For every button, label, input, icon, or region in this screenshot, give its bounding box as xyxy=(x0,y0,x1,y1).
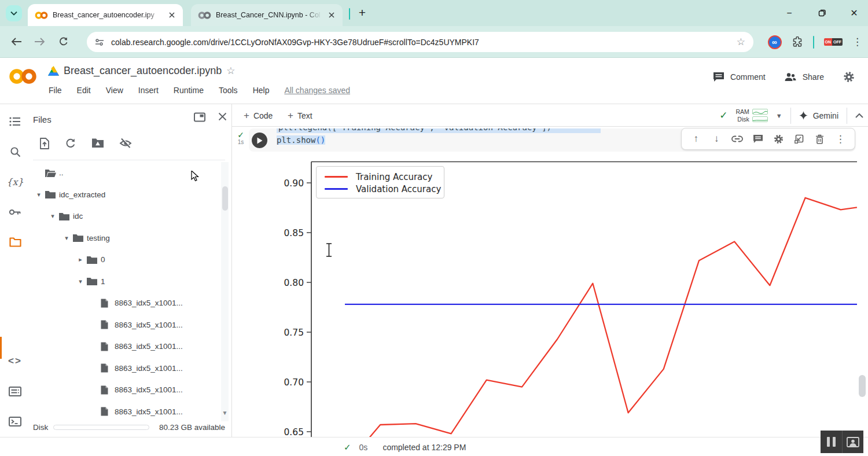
tree-expander-icon[interactable]: ▾ xyxy=(60,234,73,242)
toolbar-divider xyxy=(790,108,791,124)
search-icon[interactable] xyxy=(0,140,30,163)
file-tree-item[interactable]: 8863_idx5_x1001... xyxy=(30,314,221,336)
bookmark-star-icon[interactable]: ☆ xyxy=(737,36,745,48)
colab-extension-icon[interactable]: ∞ xyxy=(768,35,782,49)
tab-title: Breast_Cancer_CNN.ipynb - Col xyxy=(216,11,322,19)
terminal-icon[interactable] xyxy=(0,410,30,433)
menu-tools[interactable]: Tools xyxy=(219,86,238,95)
ram-meter xyxy=(752,109,768,115)
menu-help[interactable]: Help xyxy=(253,86,270,95)
menu-edit[interactable]: Edit xyxy=(77,86,91,95)
notebook-scrollbar-thumb[interactable] xyxy=(859,375,866,397)
code-snippets-icon[interactable]: <> xyxy=(0,350,30,373)
tree-item-label: 8863_idx5_x1001... xyxy=(115,299,183,307)
tree-item-label: 8863_idx5_x1001... xyxy=(115,385,183,394)
code-line[interactable]: plt.show() xyxy=(277,134,325,146)
settings-gear-icon[interactable] xyxy=(843,71,855,83)
comment-button[interactable]: Comment xyxy=(713,72,766,82)
back-button[interactable] xyxy=(8,34,24,50)
run-cell-button[interactable] xyxy=(252,133,267,148)
notebook-star-icon[interactable]: ☆ xyxy=(226,65,235,77)
variables-icon[interactable]: {x} xyxy=(0,170,30,193)
command-palette-icon[interactable] xyxy=(0,380,30,403)
menu-view[interactable]: View xyxy=(106,86,123,95)
resource-monitor[interactable]: RAM Disk xyxy=(735,108,767,123)
table-of-contents-icon[interactable] xyxy=(0,110,30,133)
back-icon xyxy=(11,38,22,46)
tab-close-icon[interactable] xyxy=(326,10,337,20)
share-button[interactable]: Share xyxy=(784,72,824,82)
pause-button[interactable] xyxy=(821,431,842,453)
delete-cell-trash-icon[interactable] xyxy=(814,133,826,145)
folder-icon xyxy=(87,256,101,264)
tab-search-button[interactable] xyxy=(6,5,22,21)
code-line-clipped[interactable]: plt.legend(['Training Accuracy', 'Valida… xyxy=(277,128,601,133)
people-icon xyxy=(784,72,797,82)
hidden-files-eye-off-icon[interactable] xyxy=(119,138,132,149)
move-cell-down-icon[interactable]: ↓ xyxy=(710,133,723,145)
folder-tree-item[interactable]: ▾testing xyxy=(30,227,221,249)
window-maximize-button[interactable] xyxy=(816,8,827,19)
move-cell-up-icon[interactable]: ↑ xyxy=(690,133,703,145)
upload-file-icon[interactable] xyxy=(39,138,50,149)
tree-expander-icon[interactable]: ▾ xyxy=(46,212,59,220)
add-code-button[interactable]: + Code xyxy=(244,104,273,127)
tab-close-icon[interactable] xyxy=(167,10,177,20)
tree-expander-icon[interactable]: ▾ xyxy=(32,191,45,198)
tree-expander-icon[interactable]: ▾ xyxy=(74,278,87,285)
scrollbar-down-arrow[interactable]: ▼ xyxy=(221,410,229,416)
url-text[interactable]: colab.research.google.com/drive/1CCLyOro… xyxy=(111,38,730,47)
webcam-overlay-button[interactable] xyxy=(842,431,863,453)
menu-runtime[interactable]: Runtime xyxy=(174,86,204,95)
window-minimize-button[interactable]: − xyxy=(784,8,795,19)
file-tree-item[interactable]: 8863_idx5_x1001... xyxy=(30,292,221,314)
folder-tree-item[interactable]: ▾idc xyxy=(30,205,221,227)
extension-badge-icon[interactable]: ONOFF xyxy=(824,38,843,46)
gemini-button[interactable]: Gemini xyxy=(799,111,838,120)
add-text-button[interactable]: + Text xyxy=(288,104,312,127)
resources-dropdown-icon[interactable]: ▼ xyxy=(776,112,782,119)
tree-item-label: 8863_idx5_x1001... xyxy=(115,407,183,416)
tab-title: Breast_cancer_autoencoder.ipy xyxy=(53,11,162,19)
cell-settings-gear-icon[interactable] xyxy=(772,133,785,145)
window-close-button[interactable]: ✕ xyxy=(848,8,860,19)
reload-button[interactable] xyxy=(56,34,72,50)
forward-button[interactable] xyxy=(31,34,47,50)
scrollbar-thumb[interactable] xyxy=(222,186,228,211)
file-tree-item[interactable]: 8863_idx5_x1001... xyxy=(30,379,221,401)
browser-tab-active[interactable]: Breast_cancer_autoencoder.ipy xyxy=(28,4,183,26)
close-panel-icon[interactable] xyxy=(218,112,227,121)
more-cell-actions-icon[interactable]: ⋮ xyxy=(834,133,847,145)
add-comment-icon[interactable] xyxy=(752,133,764,145)
folder-tree-item[interactable]: ▾idc_extracted xyxy=(30,184,221,206)
new-tab-button[interactable]: + xyxy=(354,5,370,21)
collapse-header-icon[interactable] xyxy=(855,113,863,118)
file-tree-item[interactable]: 8863_idx5_x1001... xyxy=(30,401,221,423)
disk-meter xyxy=(752,116,768,122)
address-bar[interactable]: colab.research.google.com/drive/1CCLyOro… xyxy=(87,32,753,52)
menu-insert[interactable]: Insert xyxy=(138,86,159,95)
browser-menu-icon[interactable]: ⋮ xyxy=(852,36,862,48)
colab-header: Breast_cancer_autoencoder.ipynb ☆ File E… xyxy=(0,58,868,104)
mount-drive-icon[interactable] xyxy=(91,138,104,148)
tree-expander-icon[interactable]: ▸ xyxy=(74,256,87,263)
refresh-icon[interactable] xyxy=(65,138,76,149)
files-scrollbar[interactable]: ▼ xyxy=(221,162,229,421)
open-in-new-pane-icon[interactable] xyxy=(194,112,205,122)
mirror-cell-in-tab-icon[interactable] xyxy=(793,133,806,145)
folder-tree-item[interactable]: ▾1 xyxy=(30,271,221,293)
files-icon[interactable] xyxy=(0,230,30,253)
folder-tree-item[interactable]: ▸0 xyxy=(30,249,221,271)
svg-text:0.75: 0.75 xyxy=(284,328,304,338)
extensions-puzzle-icon[interactable] xyxy=(792,36,803,48)
file-tree-item[interactable]: 8863_idx5_x1001... xyxy=(30,358,221,380)
menu-file[interactable]: File xyxy=(49,86,62,95)
secrets-key-icon[interactable] xyxy=(0,200,30,223)
file-tree-item[interactable]: 8863_idx5_x1001... xyxy=(30,336,221,358)
link-to-cell-icon[interactable] xyxy=(731,133,744,145)
browser-tab-inactive[interactable]: Breast_Cancer_CNN.ipynb - Col xyxy=(191,4,343,26)
save-status-link[interactable]: All changes saved xyxy=(284,86,350,95)
status-footer: ✓ 0s completed at 12:29 PM xyxy=(0,437,868,456)
tree-item-label: 0 xyxy=(101,255,105,264)
notebook-title[interactable]: Breast_cancer_autoencoder.ipynb xyxy=(64,65,222,77)
